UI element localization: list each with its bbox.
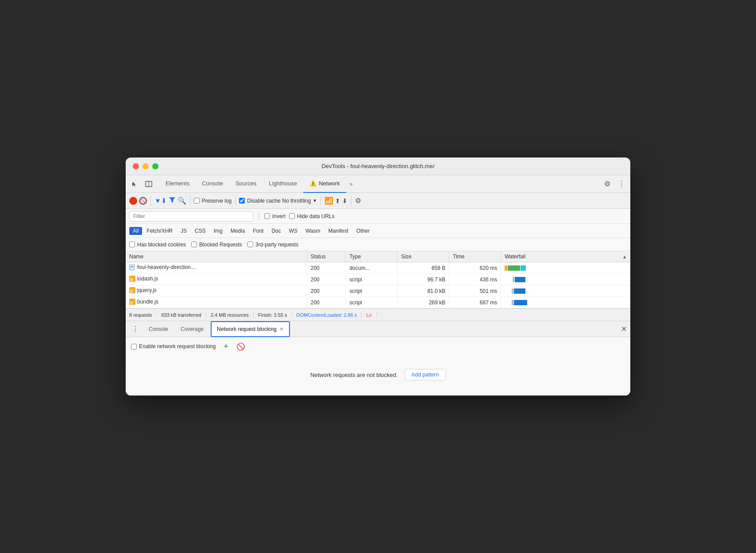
type-btn-fetch[interactable]: Fetch/XHR xyxy=(143,227,176,235)
table-row[interactable]: {} lodash.js 200 script 96.7 kB 436 ms xyxy=(126,274,630,285)
type-btn-css[interactable]: CSS xyxy=(191,227,209,235)
tab-sources[interactable]: Sources xyxy=(229,175,263,193)
type-btn-all[interactable]: All xyxy=(129,227,142,235)
type-btn-js[interactable]: JS xyxy=(177,227,190,235)
bottom-tab-network-blocking[interactable]: Network request blocking ✕ xyxy=(211,321,290,337)
network-settings-icon[interactable]: ⚙ xyxy=(355,196,361,205)
settings-button[interactable]: ⚙ xyxy=(602,179,613,189)
divider-filter xyxy=(258,211,259,221)
tab-network[interactable]: ⚠️ Network xyxy=(303,175,346,193)
type-filter-bar: All Fetch/XHR JS CSS Img Media Font Doc … xyxy=(126,224,630,238)
th-time[interactable]: Time xyxy=(449,251,501,262)
type-btn-media[interactable]: Media xyxy=(227,227,249,235)
maximize-button[interactable] xyxy=(152,163,158,169)
sort-arrow: ▲ xyxy=(622,254,627,259)
download-icon[interactable]: ⬇ xyxy=(342,197,347,204)
bottom-tab-coverage[interactable]: Coverage xyxy=(175,321,209,337)
throttle-select[interactable]: No throttling ▼ xyxy=(282,198,317,204)
status-requests: 8 requests xyxy=(129,312,157,318)
status-transferred: 633 kB transferred xyxy=(157,312,206,318)
th-size[interactable]: Size xyxy=(397,251,449,262)
bottom-tab-dots[interactable]: ⋮ xyxy=(129,325,142,333)
table-row[interactable]: foul-heavenly-direction.... 200 docum...… xyxy=(126,262,630,274)
cell-size-4: 269 kB xyxy=(397,297,449,308)
filter-input[interactable] xyxy=(129,211,253,222)
cell-waterfall-1 xyxy=(501,262,630,274)
network-table: Name Status Type Size Time Waterfall ▲ xyxy=(126,251,630,308)
js-icon: {} xyxy=(129,276,135,282)
th-type[interactable]: Type xyxy=(346,251,397,262)
dock-icon[interactable] xyxy=(143,179,154,189)
cell-type-1: docum... xyxy=(346,262,397,274)
js-icon: {} xyxy=(129,299,135,305)
minimize-button[interactable] xyxy=(143,163,149,169)
wifi-icon[interactable]: 📶 xyxy=(324,196,333,205)
cursor-icon[interactable] xyxy=(129,179,140,189)
tab-console[interactable]: Console xyxy=(196,175,229,193)
tab-lighthouse[interactable]: Lighthouse xyxy=(263,175,304,193)
record-button[interactable] xyxy=(129,197,137,205)
cell-waterfall-2 xyxy=(501,274,630,285)
tab-more-button[interactable]: » xyxy=(346,181,356,187)
cell-name-3: {} jquery.js xyxy=(126,285,307,297)
search-icon[interactable]: 🔍 xyxy=(177,196,186,205)
clear-button[interactable]: 🚫 xyxy=(139,197,147,205)
more-options-button[interactable]: ⋮ xyxy=(616,179,627,189)
type-btn-ws[interactable]: WS xyxy=(285,227,301,235)
add-pattern-plus-button[interactable]: + xyxy=(221,342,231,351)
enable-blocking-checkbox[interactable]: Enable network request blocking xyxy=(131,343,216,349)
cell-time-4: 687 ms xyxy=(449,297,501,308)
table-row[interactable]: {} bundle.js 200 script 269 kB 687 ms xyxy=(126,297,630,308)
not-blocked-row: Network requests are not blocked. Add pa… xyxy=(131,358,625,391)
bottom-tab-close-icon[interactable]: ✕ xyxy=(279,326,284,332)
devtools-body: Elements Console Sources Lighthouse ⚠️ N… xyxy=(126,175,630,396)
filter-funnel-icon[interactable] xyxy=(169,196,176,205)
cell-name-1: foul-heavenly-direction.... xyxy=(126,262,307,274)
third-party-checkbox[interactable]: 3rd-party requests xyxy=(247,242,298,248)
bottom-content: Enable network request blocking + 🚫 Netw… xyxy=(126,337,630,396)
preserve-log-checkbox[interactable]: Preserve log xyxy=(194,198,231,204)
warning-icon: ⚠️ xyxy=(309,180,316,187)
cell-size-2: 96.7 kB xyxy=(397,274,449,285)
filter-bar: Invert Hide data URLs xyxy=(126,209,630,224)
cell-waterfall-4 xyxy=(501,297,630,308)
bottom-panel: ⋮ Console Coverage Network request block… xyxy=(126,321,630,396)
status-bar: 8 requests 633 kB transferred 2.4 MB res… xyxy=(126,308,630,321)
type-btn-img[interactable]: Img xyxy=(210,227,226,235)
table-header-row: Name Status Type Size Time Waterfall ▲ xyxy=(126,251,630,262)
cell-type-4: script xyxy=(346,297,397,308)
invert-checkbox[interactable]: Invert xyxy=(264,213,285,219)
add-pattern-button[interactable]: Add pattern xyxy=(405,369,446,380)
table-row[interactable]: {} jquery.js 200 script 81.0 kB 501 ms xyxy=(126,285,630,297)
bottom-panel-close-button[interactable]: ✕ xyxy=(621,325,627,333)
close-button[interactable] xyxy=(133,163,139,169)
status-finish: Finish: 3.55 s xyxy=(254,312,292,318)
type-btn-wasm[interactable]: Wasm xyxy=(302,227,324,235)
tab-elements[interactable]: Elements xyxy=(159,175,196,193)
blocked-requests-checkbox[interactable]: Blocked Requests xyxy=(191,242,242,248)
cell-status-4: 200 xyxy=(307,297,346,308)
divider-1 xyxy=(150,196,151,206)
type-btn-font[interactable]: Font xyxy=(249,227,267,235)
tab-bar-right: ⚙ ⋮ xyxy=(602,179,627,189)
status-dom-loaded: DOMContentLoaded: 2.86 s xyxy=(292,312,362,318)
hide-data-urls-checkbox[interactable]: Hide data URLs xyxy=(289,213,335,219)
has-blocked-cookies-checkbox[interactable]: Has blocked cookies xyxy=(129,242,186,248)
filter-icon[interactable]: ▼⬇ xyxy=(154,197,167,205)
bottom-tab-console[interactable]: Console xyxy=(143,321,174,337)
cell-time-2: 436 ms xyxy=(449,274,501,285)
th-status[interactable]: Status xyxy=(307,251,346,262)
upload-icon[interactable]: ⬆ xyxy=(335,197,340,204)
cell-time-1: 620 ms xyxy=(449,262,501,274)
status-resources: 2.4 MB resources xyxy=(206,312,254,318)
cell-name-2: {} lodash.js xyxy=(126,274,307,285)
disable-cache-checkbox[interactable]: Disable cache xyxy=(239,198,280,204)
type-btn-doc[interactable]: Doc xyxy=(268,227,284,235)
js-icon: {} xyxy=(129,287,135,293)
th-name[interactable]: Name xyxy=(126,251,307,262)
type-btn-other[interactable]: Other xyxy=(353,227,373,235)
block-icon[interactable]: 🚫 xyxy=(236,342,246,351)
th-waterfall[interactable]: Waterfall ▲ xyxy=(501,251,630,262)
blocked-bar: Has blocked cookies Blocked Requests 3rd… xyxy=(126,238,630,251)
type-btn-manifest[interactable]: Manifest xyxy=(325,227,352,235)
